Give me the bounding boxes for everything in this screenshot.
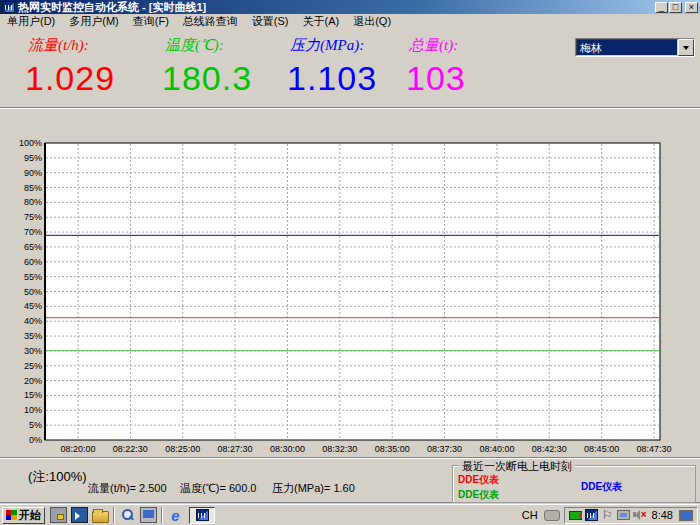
svg-text:10%: 10%	[24, 405, 42, 415]
svg-text:0%: 0%	[29, 435, 42, 445]
svg-text:5%: 5%	[29, 420, 42, 430]
svg-text:08:27:30: 08:27:30	[218, 444, 253, 454]
readout-panel: 流量(t/h):1.029温度(℃):180.3压力(MPa):1.103总量(…	[25, 36, 516, 98]
station-combobox-value[interactable]: 梅林	[576, 39, 678, 56]
svg-text:08:25:00: 08:25:00	[165, 444, 200, 454]
keyboard-icon[interactable]	[544, 510, 560, 521]
svg-text:08:22:30: 08:22:30	[113, 444, 148, 454]
trend-chart: 0%5%10%15%20%25%30%35%40%45%50%55%60%65%…	[0, 140, 700, 456]
window-title: 热网实时监控自动化系统 - [实时曲线1]	[18, 0, 206, 15]
folder-icon[interactable]	[92, 511, 109, 523]
quick-launch-bar: e	[48, 507, 186, 523]
readout-label: 总量(t):	[406, 36, 516, 58]
menu-item-4[interactable]: 设置(S)	[245, 14, 296, 29]
windows-logo-icon	[6, 510, 17, 520]
svg-text:08:37:30: 08:37:30	[427, 444, 462, 454]
taskbar-separator	[161, 507, 163, 523]
fullscale-text-2: 压力(MPa)= 1.60	[272, 481, 355, 496]
dde-meter-label-1: DDE仪表	[458, 488, 499, 502]
svg-text:45%: 45%	[24, 301, 42, 311]
readout-1: 温度(℃):180.3	[162, 36, 287, 98]
svg-text:90%: 90%	[24, 168, 42, 178]
svg-text:08:45:00: 08:45:00	[584, 444, 619, 454]
svg-text:08:30:00: 08:30:00	[270, 444, 305, 454]
network-card-icon[interactable]	[569, 511, 582, 520]
svg-text:15%: 15%	[24, 390, 42, 400]
svg-text:08:47:30: 08:47:30	[636, 444, 671, 454]
system-tray: ⚐× 8:48	[564, 507, 698, 524]
network-neighborhood-icon[interactable]	[617, 510, 630, 520]
heatnet-app-icon	[196, 509, 209, 521]
svg-text:25%: 25%	[24, 361, 42, 371]
combobox-dropdown-button[interactable]	[678, 39, 694, 56]
volume-muted-icon[interactable]: ×	[633, 509, 646, 521]
start-button[interactable]: 开始	[2, 507, 45, 524]
power-event-panel: 最近一次断电上电时刻 DDE仪表DDE仪表DDE仪表	[452, 465, 696, 503]
svg-text:40%: 40%	[24, 316, 42, 326]
taskbar-separator	[113, 507, 115, 523]
svg-text:95%: 95%	[24, 153, 42, 163]
desktop-screen: 热网实时监控自动化系统 - [实时曲线1] _ □ × 单用户(D)多用户(M)…	[0, 0, 700, 525]
svg-text:85%: 85%	[24, 183, 42, 193]
readout-value: 1.029	[25, 58, 162, 98]
workstation-icon[interactable]	[50, 507, 67, 523]
menu-item-2[interactable]: 查询(F)	[126, 14, 176, 29]
mute-x-glyph: ×	[641, 509, 647, 521]
heatnet-tray-icon[interactable]	[585, 509, 598, 521]
console-icon[interactable]	[71, 507, 88, 523]
svg-text:08:35:00: 08:35:00	[375, 444, 410, 454]
heatnet-app-taskbar-button[interactable]	[189, 507, 215, 524]
chevron-down-icon	[683, 46, 689, 50]
readout-3: 总量(t):103	[406, 36, 516, 98]
readout-2: 压力(MPa):1.103	[287, 36, 406, 98]
svg-text:08:20:00: 08:20:00	[60, 444, 95, 454]
search-icon[interactable]	[119, 507, 136, 523]
language-indicator[interactable]: CH	[516, 509, 544, 521]
flag-icon[interactable]: ⚐	[601, 509, 614, 521]
menu-item-3[interactable]: 总线路查询	[176, 14, 245, 29]
dde-meter-label-0: DDE仪表	[458, 473, 499, 487]
restore-button[interactable]: □	[669, 2, 682, 13]
desktop-icon[interactable]	[140, 507, 157, 523]
svg-text:08:40:00: 08:40:00	[479, 444, 514, 454]
svg-text:35%: 35%	[24, 331, 42, 341]
app-window: 热网实时监控自动化系统 - [实时曲线1] _ □ × 单用户(D)多用户(M)…	[0, 0, 700, 503]
svg-text:65%: 65%	[24, 242, 42, 252]
svg-text:70%: 70%	[24, 227, 42, 237]
titlebar[interactable]: 热网实时监控自动化系统 - [实时曲线1] _ □ ×	[0, 0, 700, 14]
menu-item-1[interactable]: 多用户(M)	[62, 14, 126, 29]
ie-icon[interactable]: e	[167, 507, 184, 523]
close-button[interactable]: ×	[685, 2, 698, 13]
svg-text:08:42:30: 08:42:30	[532, 444, 567, 454]
svg-text:30%: 30%	[24, 346, 42, 356]
app-icon	[2, 1, 15, 13]
display-settings-icon[interactable]	[679, 510, 693, 521]
readout-value: 180.3	[162, 58, 287, 98]
readout-0: 流量(t/h):1.029	[25, 36, 162, 98]
menu-item-5[interactable]: 关于(A)	[296, 14, 347, 29]
svg-text:100%: 100%	[19, 140, 42, 148]
menu-item-0[interactable]: 单用户(D)	[0, 14, 62, 29]
window-controls: _ □ ×	[655, 2, 698, 13]
fullscale-text-0: 流量(t/h)= 2.500	[88, 481, 167, 496]
readout-label: 流量(t/h):	[25, 36, 162, 58]
readout-value: 103	[406, 58, 516, 98]
readout-value: 1.103	[287, 58, 406, 98]
separator-line	[0, 457, 700, 459]
fullscale-note: (注:100%)	[28, 468, 87, 486]
taskbar: 开始 e CH ⚐× 8:48	[0, 504, 700, 525]
fullscale-text-1: 温度(℃)= 600.0	[180, 481, 256, 496]
minimize-button[interactable]: _	[655, 2, 668, 13]
svg-text:80%: 80%	[24, 197, 42, 207]
start-label: 开始	[19, 508, 41, 523]
svg-text:08:32:30: 08:32:30	[322, 444, 357, 454]
dde-meter-label-2: DDE仪表	[581, 480, 622, 494]
readout-label: 压力(MPa):	[287, 36, 406, 58]
readout-label: 温度(℃):	[162, 36, 287, 58]
svg-text:60%: 60%	[24, 257, 42, 267]
menu-item-6[interactable]: 退出(Q)	[346, 14, 398, 29]
station-combobox[interactable]: 梅林	[575, 38, 695, 57]
svg-text:20%: 20%	[24, 376, 42, 386]
svg-text:55%: 55%	[24, 272, 42, 282]
svg-text:50%: 50%	[24, 287, 42, 297]
